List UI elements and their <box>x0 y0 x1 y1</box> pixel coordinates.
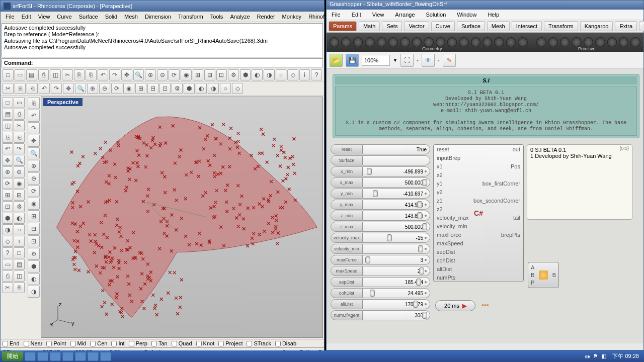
shelf-component[interactable] <box>365 37 374 47</box>
tool-button[interactable]: ⎘ <box>14 282 25 293</box>
slider-x_max[interactable]: x_max500.000 <box>331 177 430 188</box>
tool-button[interactable]: ▭ <box>14 97 25 108</box>
menu-monkey[interactable]: Monkey <box>279 13 305 21</box>
slider-body[interactable]: 24.495 <box>363 288 430 298</box>
toolbar-button[interactable]: ⚙ <box>172 83 183 94</box>
shelf-component[interactable] <box>506 37 516 47</box>
osnap-quad[interactable]: Quad <box>172 340 192 346</box>
cs-input[interactable]: z2 <box>437 206 443 212</box>
tool-button[interactable]: ⎙ <box>2 270 13 282</box>
toolbar-button[interactable]: ✥ <box>121 69 132 80</box>
shelf-component[interactable] <box>482 37 492 47</box>
shelf-component[interactable] <box>584 37 593 47</box>
gh-menu-view[interactable]: View <box>369 11 387 19</box>
slider-sepDist[interactable]: sepDist185.484 <box>331 277 430 287</box>
menu-edit[interactable]: Edit <box>19 13 34 21</box>
shelf-component[interactable] <box>607 37 617 47</box>
shelf-component[interactable] <box>619 37 628 47</box>
eval-component[interactable]: ABP B <box>528 262 559 288</box>
toolbar-button[interactable]: ⊖ <box>157 69 168 80</box>
toolbar-button[interactable]: ✂ <box>3 83 14 94</box>
tool-button[interactable]: ◑ <box>28 286 40 298</box>
menu-transform[interactable]: Transform <box>175 13 206 21</box>
tool-button[interactable]: ⟳ <box>2 178 13 189</box>
shelf-component[interactable] <box>436 37 445 47</box>
shelf-component[interactable] <box>630 37 640 47</box>
cs-input[interactable]: reset <box>437 146 449 152</box>
zoom-extents-icon[interactable]: ⛶ <box>400 54 414 67</box>
osnap-project[interactable]: Project <box>218 340 243 346</box>
cs-output[interactable]: Pos <box>511 163 520 169</box>
slider-body[interactable]: 15 <box>363 244 430 254</box>
tool-button[interactable]: ◑ <box>2 224 13 235</box>
menu-render[interactable]: Render <box>254 13 278 21</box>
tool-button[interactable]: ◫ <box>14 270 25 282</box>
slider-body[interactable]: -410.697 <box>363 189 430 199</box>
shelf-component[interactable] <box>424 37 433 47</box>
tool-button[interactable]: ⊕ <box>28 160 40 172</box>
cs-input[interactable]: x1 <box>437 163 443 169</box>
shelf-component[interactable] <box>572 37 581 47</box>
slider-body[interactable]: 170.079 <box>363 299 430 309</box>
tool-button[interactable]: ⬢ <box>28 260 40 273</box>
tool-button[interactable]: ⎘ <box>2 132 13 143</box>
cs-input[interactable]: numPts <box>437 275 455 281</box>
command-history[interactable]: Autosave completed successfully Brep to … <box>2 23 323 57</box>
shelf-component[interactable] <box>400 37 410 47</box>
toolbar-button[interactable]: ⚙ <box>228 69 239 80</box>
menu-dimension[interactable]: Dimension <box>142 13 174 21</box>
slider-body[interactable]: 3 <box>363 255 430 265</box>
toolbar-button[interactable]: ◫ <box>50 69 61 80</box>
cs-output[interactable]: tail <box>513 215 520 221</box>
shelf-component[interactable] <box>330 37 339 47</box>
taskbar-item[interactable] <box>50 352 61 361</box>
shelf-component[interactable] <box>377 37 386 47</box>
osnap-strack[interactable]: STrack <box>247 340 271 346</box>
tool-button[interactable]: ⚙ <box>14 201 25 212</box>
osnap-perp[interactable]: Perp <box>129 340 147 346</box>
gh-tab-sets[interactable]: Sets <box>382 21 402 31</box>
toolbar-button[interactable]: ◐ <box>196 83 207 94</box>
cs-input[interactable]: cohDist <box>437 257 455 263</box>
toolbar-button[interactable]: ✥ <box>63 83 74 94</box>
tool-button[interactable]: ⊡ <box>28 235 40 247</box>
slider-body[interactable]: 500.000 <box>363 177 430 188</box>
gh-tab-mesh[interactable]: Mesh <box>487 21 510 31</box>
slider-body[interactable]: 500.000 <box>363 222 430 232</box>
osnap-mid[interactable]: Mid <box>70 340 87 346</box>
tool-button[interactable]: ◉ <box>28 198 40 210</box>
taskbar-item[interactable] <box>37 352 48 361</box>
cs-input[interactable]: y1 <box>437 180 443 187</box>
perspective-viewport[interactable]: Perspective zyx <box>41 97 323 338</box>
osnap-disab[interactable]: Disab <box>275 340 296 346</box>
eval-input[interactable]: A <box>531 264 534 270</box>
shelf-component[interactable] <box>560 37 570 47</box>
tool-button[interactable]: ⊖ <box>14 166 25 177</box>
slider-maxSpeed[interactable]: maxSpeed23 <box>331 266 430 276</box>
gh-tab-curve[interactable]: Curve <box>431 21 455 31</box>
toolbar-button[interactable]: ▤ <box>26 69 37 80</box>
menu-solid[interactable]: Solid <box>102 13 120 21</box>
taskbar-item[interactable] <box>62 352 73 361</box>
toolbar-button[interactable]: ⊕ <box>145 69 156 80</box>
tool-button[interactable]: ▭ <box>2 259 13 270</box>
tool-button[interactable]: ⊖ <box>28 172 40 185</box>
slider-x_min[interactable]: x_min-496.899 <box>331 166 430 176</box>
taskbar-item[interactable] <box>75 352 86 361</box>
toolbar-button[interactable]: ⎗ <box>27 83 38 94</box>
toolbar-button[interactable]: ⎘ <box>15 83 26 94</box>
slider-z_min[interactable]: z_min143.876 <box>331 211 430 221</box>
shelf-component[interactable] <box>459 37 468 47</box>
slider-z_max[interactable]: z_max500.000 <box>331 222 430 232</box>
slider-velocity_min[interactable]: velocity_min15 <box>331 244 430 254</box>
osnap-cen[interactable]: Cen <box>90 340 107 346</box>
tool-button[interactable]: ⊞ <box>2 190 13 201</box>
shelf-component[interactable] <box>447 37 457 47</box>
cs-input[interactable]: aliDist <box>437 266 452 272</box>
toolbar-button[interactable]: ⎘ <box>74 69 85 80</box>
tool-button[interactable]: ▤ <box>14 259 25 270</box>
toolbar-button[interactable]: ◇ <box>232 83 243 94</box>
gh-tab-kangaroo[interactable]: Kangaroo <box>580 21 613 31</box>
tool-button[interactable]: i <box>14 236 25 247</box>
shelf-component[interactable] <box>471 37 480 47</box>
